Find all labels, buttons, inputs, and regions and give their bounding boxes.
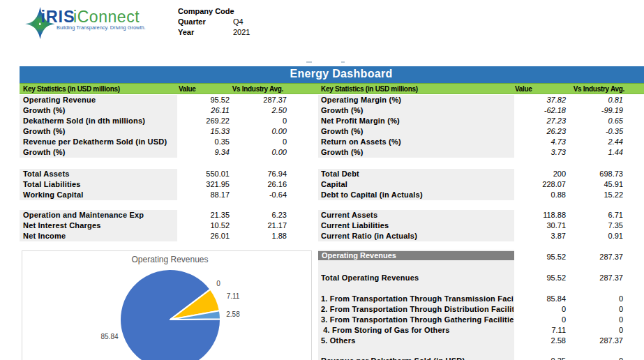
svg-text:7.11: 7.11 [227, 292, 240, 300]
svg-text:0: 0 [216, 280, 220, 287]
svg-text:2.58: 2.58 [226, 310, 240, 318]
svg-text:85.84: 85.84 [100, 333, 118, 340]
